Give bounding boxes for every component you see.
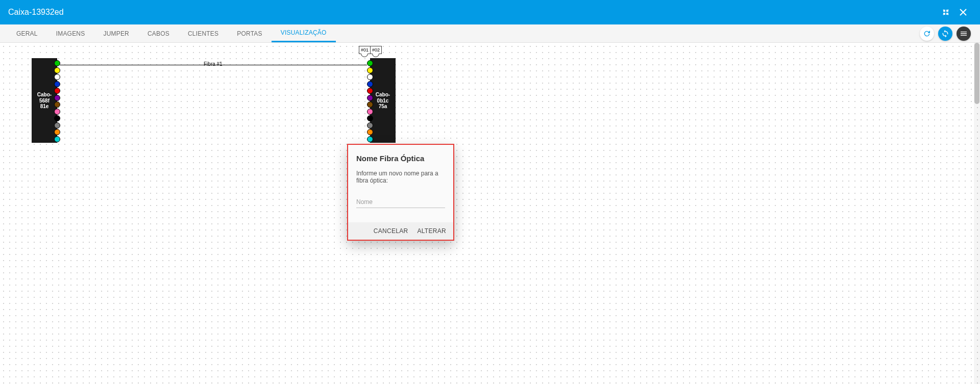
fiber-port[interactable] bbox=[367, 101, 373, 108]
fiber-port[interactable] bbox=[367, 109, 373, 115]
restore-icon[interactable] bbox=[937, 4, 954, 21]
fiber-port[interactable] bbox=[54, 101, 60, 108]
cable-box-left[interactable]: Cabo-568f 81e bbox=[32, 58, 57, 143]
fiber-port[interactable] bbox=[367, 129, 373, 135]
port-tab-label: #02 bbox=[372, 47, 380, 53]
fiber-port[interactable] bbox=[54, 67, 60, 73]
dialog-body: Nome Fibra Óptica Informe um novo nome p… bbox=[348, 145, 453, 222]
tab-label: JUMPER bbox=[103, 30, 129, 37]
fiber-port[interactable] bbox=[367, 88, 373, 94]
dialog-actions: CANCELAR ALTERAR bbox=[348, 222, 453, 240]
text: 81e bbox=[34, 104, 55, 110]
tab-label: GERAL bbox=[16, 30, 38, 37]
text: Cabo-568f bbox=[34, 92, 55, 104]
close-icon[interactable] bbox=[954, 4, 972, 21]
fiber-port[interactable] bbox=[54, 109, 60, 115]
fiber-port[interactable] bbox=[367, 95, 373, 101]
fiber-ports-left bbox=[54, 60, 60, 142]
text: Cabo-0b1c bbox=[372, 92, 394, 104]
fiber-port[interactable] bbox=[367, 115, 373, 121]
scrollbar-thumb[interactable] bbox=[974, 43, 979, 104]
port-tab-01[interactable]: #01 bbox=[359, 46, 371, 54]
cable-box-right[interactable]: Cabo-0b1c 75a bbox=[370, 58, 396, 143]
tab-label: CABOS bbox=[148, 30, 169, 37]
tab-imagens[interactable]: IMAGENS bbox=[47, 24, 94, 42]
fiber-port[interactable] bbox=[54, 122, 60, 129]
tab-label: CLIENTES bbox=[188, 30, 218, 37]
tab-visualizacao[interactable]: VISUALIZAÇÃO bbox=[272, 24, 336, 42]
tab-label: PORTAS bbox=[237, 30, 262, 37]
fiber-port[interactable] bbox=[54, 129, 60, 135]
text: 75a bbox=[372, 104, 394, 110]
fiber-port[interactable] bbox=[367, 60, 373, 66]
menu-button[interactable] bbox=[957, 27, 971, 41]
fiber-port[interactable] bbox=[54, 88, 60, 94]
cable-box-right-label: Cabo-0b1c 75a bbox=[370, 92, 396, 110]
fiber-port[interactable] bbox=[54, 60, 60, 66]
port-tabs: #01 #02 bbox=[359, 46, 382, 54]
dialog-title: Nome Fibra Óptica bbox=[356, 154, 445, 163]
window-title: Caixa-13932ed bbox=[8, 8, 64, 17]
fiber-port[interactable] bbox=[367, 136, 373, 142]
sync-button[interactable] bbox=[938, 27, 952, 41]
fiber-port[interactable] bbox=[54, 81, 60, 87]
refresh-button[interactable] bbox=[920, 27, 934, 41]
fiber-port[interactable] bbox=[54, 115, 60, 121]
tab-label: IMAGENS bbox=[56, 30, 85, 37]
fiber-link-label: Fibra #1 bbox=[202, 61, 225, 67]
diagram-canvas[interactable]: Fibra #1 #01 #02 Cabo-568f 81e Cabo-0b1c… bbox=[0, 43, 980, 384]
confirm-button[interactable]: ALTERAR bbox=[417, 227, 446, 235]
fiber-port[interactable] bbox=[367, 67, 373, 73]
vertical-scrollbar[interactable] bbox=[974, 43, 980, 384]
fiber-name-input[interactable] bbox=[356, 196, 445, 208]
tabbar: GERAL IMAGENS JUMPER CABOS CLIENTES PORT… bbox=[0, 24, 980, 43]
fiber-port[interactable] bbox=[54, 136, 60, 142]
fiber-port[interactable] bbox=[367, 81, 373, 87]
spacer bbox=[336, 24, 918, 42]
rename-fiber-dialog: Nome Fibra Óptica Informe um novo nome p… bbox=[347, 144, 454, 241]
port-tab-label: #01 bbox=[361, 47, 369, 53]
dialog-message: Informe um novo nome para a fibra óptica… bbox=[356, 170, 445, 184]
port-tab-02[interactable]: #02 bbox=[370, 46, 382, 54]
tab-cabos[interactable]: CABOS bbox=[138, 24, 179, 42]
tab-clientes[interactable]: CLIENTES bbox=[179, 24, 228, 42]
cancel-button[interactable]: CANCELAR bbox=[374, 227, 408, 235]
titlebar: Caixa-13932ed bbox=[0, 0, 980, 24]
fiber-port[interactable] bbox=[367, 74, 373, 80]
tab-portas[interactable]: PORTAS bbox=[228, 24, 271, 42]
fiber-ports-right bbox=[367, 60, 373, 142]
fiber-port[interactable] bbox=[367, 122, 373, 129]
cable-box-left-label: Cabo-568f 81e bbox=[32, 92, 57, 110]
tab-jumper[interactable]: JUMPER bbox=[94, 24, 138, 42]
tab-label: VISUALIZAÇÃO bbox=[281, 29, 327, 36]
fiber-port[interactable] bbox=[54, 95, 60, 101]
tab-geral[interactable]: GERAL bbox=[7, 24, 47, 42]
fiber-port[interactable] bbox=[54, 74, 60, 80]
dot-grid bbox=[0, 43, 980, 384]
